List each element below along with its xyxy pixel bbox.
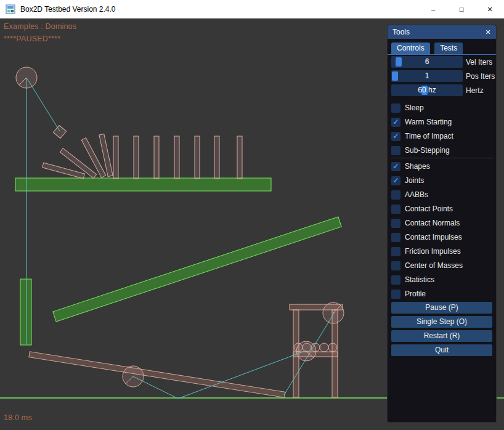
slider-label: Pos Iters (466, 72, 495, 81)
checkbox-icon (391, 190, 400, 200)
pendulum-bob (53, 125, 66, 138)
tabbar: Controls Tests (388, 43, 496, 55)
checkbox-label: Statistics (405, 275, 434, 284)
slider-hertz: 60 hz Hertz (391, 84, 484, 96)
checkbox-label: Contact Normals (405, 219, 460, 227)
checkbox-contact-points[interactable]: Contact Points (391, 204, 453, 214)
checkbox-icon (391, 205, 400, 214)
slider-label: Vel Iters (466, 58, 492, 67)
checkbox-label: Joints (405, 176, 424, 185)
minimize-button[interactable]: – (419, 0, 447, 18)
checkbox-checked-icon (391, 118, 400, 127)
panel-close-icon[interactable]: ✕ (483, 27, 493, 37)
tab-controls[interactable]: Controls (391, 43, 430, 54)
restart-button[interactable]: Restart (R) (391, 330, 492, 342)
checkbox-statistics[interactable]: Statistics (391, 275, 434, 285)
checkbox-label: Center of Masses (405, 261, 463, 270)
hertz-slider[interactable]: 60 hz (391, 84, 463, 96)
checkbox-checked-icon (391, 132, 400, 141)
pause-button[interactable]: Pause (P) (391, 302, 492, 314)
maximize-icon: □ (460, 6, 464, 13)
vel-iters-slider[interactable]: 6 (391, 56, 463, 68)
single-step-button[interactable]: Single Step (O) (391, 316, 492, 328)
tools-panel-titlebar[interactable]: Tools ✕ (388, 25, 496, 39)
checkbox-friction-impulses[interactable]: Friction Impulses (391, 246, 461, 256)
checkbox-profile[interactable]: Profile (391, 289, 426, 299)
seesaw-plank (29, 352, 285, 398)
window-titlebar: Box2D Testbed Version 2.4.0 – □ ✕ (0, 0, 504, 18)
checkbox-label: Time of Impact (405, 132, 453, 140)
checkbox-label: Profile (405, 290, 426, 298)
close-icon: ✕ (487, 6, 492, 14)
tools-panel-title: Tools (392, 28, 410, 36)
checkbox-icon (391, 275, 400, 285)
checkbox-contact-normals[interactable]: Contact Normals (391, 218, 460, 228)
checkbox-icon (391, 146, 400, 155)
checkbox-icon (391, 290, 400, 299)
checkbox-checked-icon (391, 162, 400, 171)
checkbox-label: Sleep (405, 103, 424, 112)
slider-value: 1 (391, 70, 463, 82)
checkbox-warm-starting[interactable]: Warm Starting (391, 117, 452, 127)
window-title: Box2D Testbed Version 2.4.0 (20, 5, 116, 14)
tools-panel: Tools ✕ Controls Tests 6 Vel Iters 1 Pos… (387, 25, 497, 423)
checkbox-label: Shapes (405, 162, 430, 171)
slider-pos-iters: 1 Pos Iters (391, 70, 495, 82)
quit-button[interactable]: Quit (391, 344, 492, 356)
paused-label: ****PAUSED**** (4, 34, 60, 43)
tab-tests[interactable]: Tests (434, 43, 463, 54)
app-icon (6, 4, 15, 14)
slider-vel-iters: 6 Vel Iters (391, 56, 492, 68)
checkbox-aabbs[interactable]: AABBs (391, 190, 428, 200)
checkbox-label: AABBs (405, 190, 428, 199)
checkbox-icon (391, 233, 400, 242)
checkbox-label: Contact Points (405, 205, 453, 213)
checkbox-center-of-masses[interactable]: Center of Masses (391, 261, 463, 270)
checkbox-icon (391, 103, 400, 113)
checkbox-shapes[interactable]: Shapes (391, 161, 430, 171)
checkbox-contact-impulses[interactable]: Contact Impulses (391, 232, 462, 242)
checkbox-icon (391, 247, 400, 256)
checkbox-sleep[interactable]: Sleep (391, 103, 424, 113)
checkbox-sub-stepping[interactable]: Sub-Stepping (391, 145, 450, 155)
checkbox-time-of-impact[interactable]: Time of Impact (391, 131, 453, 141)
checkbox-label: Contact Impulses (405, 233, 462, 241)
minimize-icon: – (431, 6, 435, 13)
checkbox-icon (391, 219, 400, 228)
domino-shelf (15, 178, 271, 191)
maximize-button[interactable]: □ (447, 0, 476, 18)
dominos (43, 134, 242, 179)
close-button[interactable]: ✕ (476, 0, 504, 18)
separator (391, 158, 494, 158)
checkbox-label: Sub-Stepping (405, 146, 450, 155)
slider-value: 60 hz (391, 84, 463, 96)
frame-time-label: 18.0 ms (4, 413, 32, 422)
vertical-post (20, 279, 31, 345)
example-label: Examples : Dominos (4, 22, 76, 31)
checkbox-icon (391, 261, 400, 270)
pos-iters-slider[interactable]: 1 (391, 70, 463, 82)
slider-label: Hertz (466, 86, 484, 95)
checkbox-label: Warm Starting (405, 118, 452, 126)
checkbox-joints[interactable]: Joints (391, 176, 424, 185)
slider-value: 6 (391, 56, 463, 68)
checkbox-checked-icon (391, 176, 400, 185)
checkbox-label: Friction Impulses (405, 247, 461, 256)
